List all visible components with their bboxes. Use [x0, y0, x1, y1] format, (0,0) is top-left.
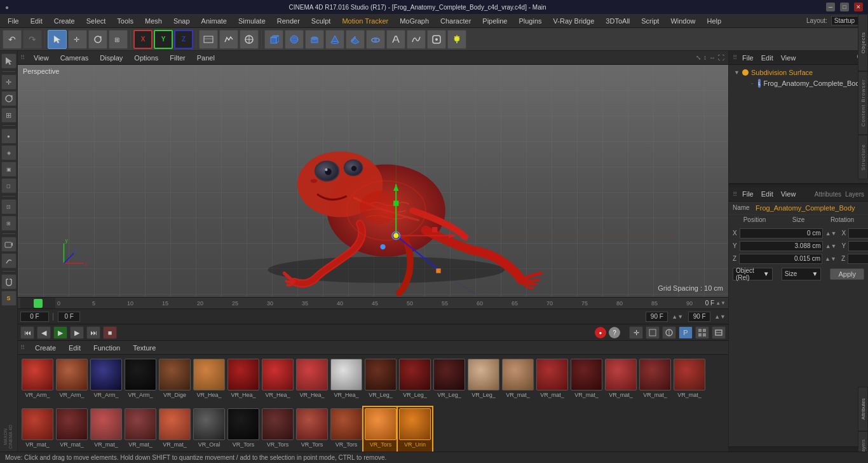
left-tool-bend[interactable]	[1, 253, 17, 268]
objects-header-file[interactable]: File	[740, 53, 756, 62]
menu-snap[interactable]: Snap	[168, 16, 195, 26]
mat-26[interactable]: VR_Oral	[192, 407, 226, 452]
move-mode-button[interactable]: ✛	[629, 326, 643, 339]
record-button[interactable]: ■	[103, 326, 117, 339]
pos-z-arrows[interactable]: ▲▼	[825, 256, 836, 262]
close-button[interactable]: ✕	[854, 3, 863, 11]
menu-select[interactable]: Select	[81, 16, 111, 26]
minimize-button[interactable]: ─	[826, 3, 835, 11]
attrs-side-tab-layers[interactable]: Layers	[845, 191, 864, 198]
menu-sculpt[interactable]: Sculpt	[306, 16, 336, 26]
undo-button[interactable]: ↶	[3, 30, 22, 49]
tool6-button[interactable]	[219, 30, 238, 49]
menu-3dtoall[interactable]: 3DToAll	[600, 16, 635, 26]
torus-button[interactable]	[366, 30, 385, 49]
mat-7[interactable]: VR_Hea_	[226, 357, 261, 407]
mat-22[interactable]: VR_mat_	[55, 407, 89, 452]
attrs-header-edit[interactable]: Edit	[759, 190, 776, 198]
prev-keyframe-button[interactable]: ◀	[37, 326, 51, 339]
left-tool-2[interactable]: ✛	[1, 74, 17, 90]
plane-button[interactable]	[346, 30, 365, 49]
viewport-menu-filter[interactable]: Filter	[165, 53, 190, 63]
material-menu-create[interactable]: Create	[30, 343, 61, 353]
attrs-header-file[interactable]: File	[740, 190, 756, 198]
spline-button[interactable]	[407, 30, 426, 49]
mat-30[interactable]: VR_Tors	[329, 407, 363, 452]
mat-4[interactable]: VR_Arm_	[123, 357, 158, 407]
right-bottom-scrollbar[interactable]	[729, 446, 868, 452]
play-button[interactable]: ▶	[53, 326, 67, 339]
viewport-menu-display[interactable]: Display	[95, 53, 128, 63]
mat-3[interactable]: VR_Arm_	[89, 357, 123, 407]
left-tool-3[interactable]	[1, 91, 17, 106]
menu-pipeline[interactable]: Pipeline	[477, 16, 512, 26]
menu-window[interactable]: Window	[665, 16, 700, 26]
go-to-start-button[interactable]: ⏮	[20, 326, 34, 339]
attrs-side-tab-attrs[interactable]: Attributes	[815, 191, 841, 198]
frame-end-input[interactable]	[646, 312, 668, 322]
mat-28[interactable]: VR_Tors	[261, 407, 295, 452]
rotate-tool-button[interactable]	[88, 30, 107, 49]
menu-simulate[interactable]: Simulate	[233, 16, 271, 26]
menu-mograph[interactable]: MoGraph	[395, 16, 434, 26]
menu-help[interactable]: Help	[702, 16, 727, 26]
tl-arrows2[interactable]: ▲▼	[714, 314, 726, 320]
viewport-fullscreen[interactable]: ⛶	[718, 54, 724, 61]
pos-x-input[interactable]	[740, 228, 823, 238]
mat-10[interactable]: VR_Hea_	[329, 357, 363, 407]
mat-27[interactable]: VR_Tors	[226, 407, 261, 452]
mat-14[interactable]: VR_Leg_	[466, 357, 501, 407]
viewport[interactable]: Perspective Grid Spacing : 10 cm	[18, 65, 728, 297]
mat-18[interactable]: VR_mat_	[604, 357, 638, 407]
material-menu-function[interactable]: Function	[88, 343, 125, 353]
frame-start-input[interactable]	[58, 312, 80, 322]
scale-tool-button[interactable]: ⊞	[109, 30, 128, 49]
viewport-menu-options[interactable]: Options	[129, 53, 163, 63]
viewport-menu-cameras[interactable]: Cameras	[55, 53, 94, 63]
left-tool-magnet[interactable]	[1, 274, 17, 289]
cylinder-button[interactable]	[305, 30, 324, 49]
viewport-icon-2[interactable]: ↕	[703, 54, 707, 61]
size-z-input[interactable]	[848, 254, 868, 264]
mat-29[interactable]: VR_Tors	[295, 407, 329, 452]
tree-frog-body[interactable]: ▶ L Frog_Anatomy_Complete_Body	[731, 78, 865, 89]
side-tab-structure[interactable]: Structure	[858, 135, 868, 179]
menu-mesh[interactable]: Mesh	[140, 16, 167, 26]
tool5-button[interactable]	[199, 30, 218, 49]
size-y-input[interactable]	[848, 241, 868, 251]
mat-25[interactable]: VR_mat_	[158, 407, 192, 452]
grid-anim-button[interactable]	[695, 326, 709, 339]
objects-header-edit[interactable]: Edit	[759, 53, 776, 62]
menu-edit[interactable]: Edit	[25, 16, 48, 26]
mat-19[interactable]: VR_mat_	[638, 357, 672, 407]
left-tool-sel1[interactable]: ⊡	[1, 199, 17, 214]
left-tool-camera[interactable]	[1, 237, 17, 252]
current-frame-input[interactable]	[20, 312, 49, 322]
nurbs-button[interactable]	[427, 30, 446, 49]
axis-z-button[interactable]: Z	[174, 30, 193, 49]
mat-24[interactable]: VR_mat_	[123, 407, 158, 452]
scale-mode-button[interactable]	[662, 326, 676, 339]
mat-13[interactable]: VR_Leg_	[432, 357, 466, 407]
side-tab-content-browser[interactable]: Content Browser	[858, 71, 868, 135]
left-tool-points[interactable]: ●	[1, 128, 17, 144]
material-menu-texture[interactable]: Texture	[128, 343, 161, 353]
record-keyframe-button[interactable]: ●	[595, 327, 606, 338]
left-tool-obj[interactable]: ◻	[1, 178, 17, 193]
left-tool-4[interactable]: ⊞	[1, 107, 17, 123]
menu-animate[interactable]: Animate	[196, 16, 232, 26]
pos-z-input[interactable]	[739, 254, 822, 264]
menu-character[interactable]: Character	[435, 16, 476, 26]
next-keyframe-button[interactable]: ▶	[70, 326, 84, 339]
left-tool-s[interactable]: S	[1, 291, 17, 306]
mat-9[interactable]: VR_Hea_	[295, 357, 329, 407]
mat-6[interactable]: VR_Hea_	[192, 357, 226, 407]
size-dropdown[interactable]: Size ▼	[782, 268, 822, 280]
sphere-button[interactable]	[285, 30, 304, 49]
tree-subdivision-surface[interactable]: ▼ Subdivision Surface	[731, 67, 865, 78]
anim-toggle-button[interactable]	[712, 326, 726, 339]
cube-button[interactable]	[264, 30, 283, 49]
viewport-icon-3[interactable]: ↔	[709, 54, 715, 61]
tl-arrows[interactable]: ▲▼	[672, 314, 683, 320]
menu-create[interactable]: Create	[49, 16, 80, 26]
